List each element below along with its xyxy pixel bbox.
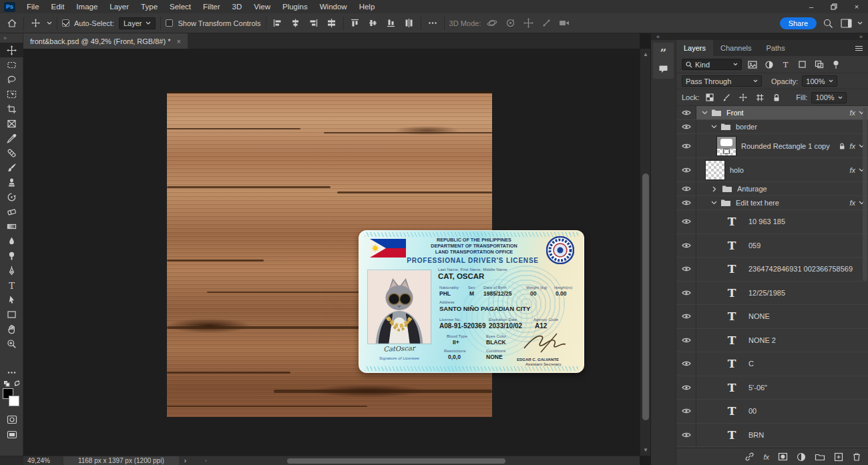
menu-file[interactable]: File (21, 0, 45, 13)
menu-image[interactable]: Image (70, 0, 103, 13)
visibility-toggle[interactable] (676, 352, 696, 376)
menu-window[interactable]: Window (314, 0, 353, 13)
text-layer-icon[interactable]: T (723, 310, 740, 323)
visibility-toggle[interactable] (676, 258, 696, 281)
align-justify-icon[interactable] (325, 16, 339, 31)
vertical-scroll-thumb[interactable] (642, 173, 649, 420)
zoom-level[interactable]: 49,24% (27, 457, 50, 464)
status-expand-icon[interactable]: › (184, 457, 186, 464)
visibility-toggle[interactable] (676, 182, 696, 195)
layer-row-text[interactable]: T10 963 185 (676, 210, 868, 234)
clone-stamp-tool[interactable] (0, 175, 23, 189)
scroll-left-icon[interactable]: ‹ (205, 458, 207, 464)
minimize-button[interactable]: – (800, 0, 823, 13)
expand-chevron-icon[interactable] (711, 125, 717, 129)
filter-pixel-layers-icon[interactable] (746, 59, 758, 70)
menu-3d[interactable]: 3D (226, 0, 248, 13)
layer-effects-badge[interactable]: fx (849, 142, 855, 150)
preset-chevron-icon[interactable] (47, 21, 52, 25)
swap-colors-icon[interactable] (13, 380, 21, 387)
move-tool-preset-icon[interactable] (29, 16, 42, 31)
lock-position-icon[interactable] (736, 92, 749, 103)
visibility-toggle[interactable] (676, 424, 696, 447)
tab-layers[interactable]: Layers (676, 40, 713, 56)
home-icon[interactable] (5, 16, 19, 31)
new-group-icon[interactable] (815, 452, 825, 461)
lock-artboard-icon[interactable] (753, 92, 766, 103)
expand-chevron-icon[interactable] (702, 111, 708, 115)
layer-row-text[interactable]: TNONE (676, 305, 868, 329)
scroll-down-icon[interactable]: ▼ (640, 447, 651, 453)
layer-row-front[interactable]: Front fx (676, 106, 868, 120)
add-layer-mask-icon[interactable] (778, 452, 788, 461)
hand-tool[interactable] (0, 322, 23, 336)
more-options-icon[interactable] (426, 16, 439, 31)
menu-type[interactable]: Type (135, 0, 164, 13)
menu-help[interactable]: Help (353, 0, 381, 13)
document-tab[interactable]: front&back.psd @ 49,2% (Front, RGB/8#) *… (23, 33, 188, 49)
blur-tool[interactable] (0, 234, 23, 248)
visibility-toggle[interactable] (676, 305, 696, 328)
toolbar-expand-icon[interactable]: » (0, 33, 23, 43)
expand-chevron-icon[interactable] (711, 201, 717, 205)
history-brush-tool[interactable] (0, 189, 23, 204)
show-transform-checkbox[interactable] (166, 19, 173, 27)
visibility-toggle[interactable] (676, 282, 696, 305)
collapsed-chevron-icon[interactable] (712, 186, 716, 192)
auto-select-checkbox[interactable] (62, 19, 69, 27)
new-layer-icon[interactable] (834, 452, 843, 462)
distribute-icon[interactable] (403, 16, 416, 31)
text-layer-icon[interactable]: T (723, 239, 740, 252)
layer-thumbnail[interactable] (705, 160, 725, 180)
layer-row-text[interactable]: T059 (676, 234, 868, 258)
filter-adjustment-layers-icon[interactable] (763, 59, 775, 70)
tab-close-icon[interactable]: × (176, 37, 180, 45)
comments-panel-icon[interactable] (653, 61, 674, 77)
layer-row-text[interactable]: TC (676, 352, 868, 376)
lock-all-icon[interactable] (770, 92, 783, 103)
align-top-icon[interactable] (349, 16, 362, 31)
close-button[interactable]: × (845, 0, 868, 13)
filter-kind-dropdown[interactable]: Kind (682, 59, 742, 70)
layer-row-text[interactable]: T00 (676, 400, 868, 424)
visibility-toggle[interactable] (676, 134, 696, 157)
restore-button[interactable] (823, 0, 845, 13)
text-layer-icon[interactable]: T (723, 404, 740, 418)
background-color-swatch[interactable] (9, 396, 19, 406)
align-left-icon[interactable] (271, 16, 284, 31)
menu-select[interactable]: Select (164, 0, 197, 13)
text-layer-icon[interactable]: T (723, 262, 740, 276)
eyedropper-tool[interactable] (0, 131, 23, 145)
dodge-tool[interactable] (0, 248, 23, 263)
layer-effects-badge[interactable]: fx (849, 166, 855, 174)
tab-paths[interactable]: Paths (759, 40, 793, 56)
eraser-tool[interactable] (0, 204, 23, 219)
align-right-icon[interactable] (307, 16, 320, 31)
panel-menu-icon[interactable] (855, 40, 868, 56)
rectangle-tool[interactable] (0, 307, 23, 322)
layer-row-text[interactable]: TBRN (676, 424, 868, 448)
glyphs-panel-icon[interactable]: ” (653, 45, 674, 61)
layer-row-holo[interactable]: holo fx (676, 158, 868, 182)
text-layer-icon[interactable]: T (723, 215, 740, 228)
align-bottom-icon[interactable] (385, 16, 398, 31)
frame-tool[interactable] (0, 116, 23, 131)
edit-toolbar-icon[interactable] (0, 365, 23, 380)
search-icon[interactable] (821, 16, 835, 31)
text-layer-icon[interactable]: T (723, 381, 740, 394)
layer-row-anturage[interactable]: Anturage (676, 182, 868, 196)
screen-mode-icon[interactable] (0, 427, 23, 442)
text-layer-icon[interactable]: T (723, 428, 740, 442)
layer-row-edit-text-here[interactable]: Edit text here fx (676, 196, 868, 210)
brush-tool[interactable] (0, 160, 23, 175)
add-adjustment-layer-icon[interactable] (797, 452, 806, 462)
filter-toggle-icon[interactable] (829, 59, 842, 70)
layer-row-text[interactable]: TNONE 2 (676, 329, 868, 353)
layer-row-text[interactable]: T5'-06" (676, 376, 868, 400)
scroll-up-icon[interactable]: ▲ (640, 51, 651, 57)
auto-select-target-dropdown[interactable]: Layer (119, 17, 156, 29)
menu-filter[interactable]: Filter (197, 0, 226, 13)
menu-plugins[interactable]: Plugins (276, 0, 314, 13)
layer-row-text[interactable]: T2364742846931 002366758569 (676, 258, 868, 282)
menu-edit[interactable]: Edit (45, 0, 71, 13)
